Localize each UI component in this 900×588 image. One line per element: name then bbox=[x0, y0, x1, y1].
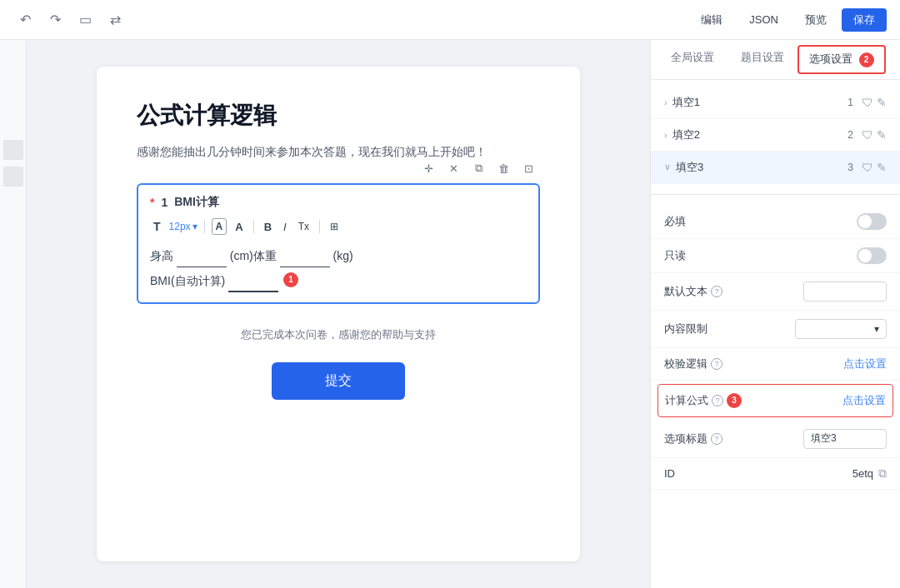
setting-required-label: 必填 bbox=[664, 214, 857, 229]
delete-cross-icon[interactable]: ✕ bbox=[443, 158, 463, 178]
fill-item-1[interactable]: › 填空1 1 🛡 ✎ bbox=[651, 87, 900, 119]
tab-question-settings[interactable]: 题目设置 bbox=[728, 40, 798, 80]
tab-option-settings[interactable]: 选项设置 2 bbox=[798, 45, 886, 74]
toggle-icon[interactable]: ⇄ bbox=[103, 8, 127, 32]
form-canvas: 公式计算逻辑 感谢您能抽出几分钟时间来参加本次答题，现在我们就马上开始吧！ ✛ … bbox=[27, 40, 650, 588]
setting-default-text: 默认文本 ? bbox=[651, 273, 900, 311]
chevron-down-icon: ▾ bbox=[874, 323, 879, 335]
setting-readonly-label: 只读 bbox=[664, 248, 857, 263]
format-toolbar: T 12px ▾ A A B I Tx ⊞ bbox=[150, 218, 527, 235]
sidebar-handle-1 bbox=[3, 140, 23, 160]
tab-preview[interactable]: 预览 bbox=[793, 8, 838, 32]
setting-formula-label: 计算公式 ? 3 bbox=[665, 393, 842, 408]
formula-help-icon[interactable]: ? bbox=[712, 395, 723, 406]
blank-weight[interactable] bbox=[280, 243, 330, 267]
form-paper: 公式计算逻辑 感谢您能抽出几分钟时间来参加本次答题，现在我们就马上开始吧！ ✛ … bbox=[97, 67, 580, 561]
content-limit-select[interactable]: ▾ bbox=[795, 319, 887, 339]
right-panel: 全局设置 题目设置 选项设置 2 › 填空1 1 🛡 ✎ › 填空2 2 🛡 ✎ bbox=[650, 40, 900, 588]
fill-shield-icon-3[interactable]: 🛡 bbox=[862, 161, 873, 174]
fill-shield-icon-1[interactable]: 🛡 bbox=[862, 96, 873, 109]
blank-bmi[interactable] bbox=[228, 267, 278, 292]
setting-formula: 计算公式 ? 3 点击设置 bbox=[658, 384, 893, 417]
fmt-size-selector[interactable]: 12px ▾ bbox=[169, 221, 198, 232]
settings-section: 必填 只读 默认文本 ? 内容限制 bbox=[651, 198, 900, 496]
fmt-font-bg-icon[interactable]: A bbox=[232, 219, 246, 235]
fmt-bold-btn[interactable]: B bbox=[261, 219, 275, 235]
more-icon[interactable]: ⊡ bbox=[518, 158, 538, 178]
fill-items-section: › 填空1 1 🛡 ✎ › 填空2 2 🛡 ✎ ∨ 填空3 3 🛡 ✎ bbox=[651, 80, 900, 191]
readonly-toggle[interactable] bbox=[857, 247, 887, 264]
formula-badge: 3 bbox=[727, 393, 742, 408]
tab-save[interactable]: 保存 bbox=[842, 8, 887, 32]
setting-option-title: 选项标题 ? bbox=[651, 421, 900, 458]
panel-divider-1 bbox=[651, 194, 900, 195]
trash-icon[interactable]: 🗑 bbox=[493, 158, 513, 178]
fill-edit-icon-1[interactable]: ✎ bbox=[877, 96, 887, 109]
fmt-sep-1 bbox=[204, 220, 205, 233]
tab-json[interactable]: JSON bbox=[738, 9, 790, 30]
setting-validation-logic: 校验逻辑 ? 点击设置 bbox=[651, 348, 900, 381]
undo-icon[interactable]: ↶ bbox=[13, 8, 37, 32]
question-number: 1 bbox=[161, 196, 168, 209]
setting-required: 必填 bbox=[651, 205, 900, 239]
chevron-right-icon-2: › bbox=[664, 130, 668, 140]
fill-item-3[interactable]: ∨ 填空3 3 🛡 ✎ bbox=[651, 152, 900, 184]
default-text-help-icon[interactable]: ? bbox=[711, 286, 722, 297]
cursor-badge: 1 bbox=[283, 272, 298, 287]
id-value: 5etq bbox=[852, 467, 873, 480]
question-float-toolbar: ✛ ✕ ⧉ 🗑 ⊡ bbox=[418, 158, 538, 178]
toolbar-right-tabs: 编辑 JSON 预览 保存 bbox=[689, 8, 887, 32]
setting-option-title-label: 选项标题 ? bbox=[664, 431, 803, 446]
submit-button[interactable]: 提交 bbox=[272, 362, 405, 400]
fmt-sep-2 bbox=[253, 220, 254, 233]
sidebar-handle-2 bbox=[3, 167, 23, 187]
fill-shield-icon-2[interactable]: 🛡 bbox=[862, 128, 873, 142]
fmt-font-color-icon[interactable]: A bbox=[212, 218, 228, 235]
view-icon[interactable]: ▭ bbox=[73, 8, 97, 32]
content-line-2: BMI(自动计算) 1 bbox=[150, 267, 527, 292]
fill-edit-icon-3[interactable]: ✎ bbox=[877, 161, 887, 174]
fill-num-1: 1 bbox=[848, 97, 853, 108]
redo-icon[interactable]: ↷ bbox=[43, 8, 67, 32]
toolbar-left-icons: ↶ ↷ ▭ ⇄ bbox=[13, 8, 127, 32]
panel-tabs: 全局设置 题目设置 选项设置 2 bbox=[651, 40, 900, 80]
copy-id-icon[interactable]: ⧉ bbox=[878, 466, 887, 481]
chevron-right-icon-1: › bbox=[664, 97, 668, 107]
setting-id-label: ID bbox=[664, 467, 852, 480]
required-toggle[interactable] bbox=[857, 213, 887, 230]
setting-id: ID 5etq ⧉ bbox=[651, 458, 900, 490]
blank-height[interactable] bbox=[177, 243, 227, 267]
option-title-help-icon[interactable]: ? bbox=[711, 433, 722, 445]
left-sidebar bbox=[0, 40, 27, 588]
formula-link[interactable]: 点击设置 bbox=[842, 393, 886, 408]
required-marker: * bbox=[150, 196, 154, 209]
move-icon[interactable]: ✛ bbox=[418, 158, 438, 178]
fill-num-2: 2 bbox=[848, 129, 853, 141]
setting-validation-label: 校验逻辑 ? bbox=[664, 356, 843, 371]
fmt-table-btn[interactable]: ⊞ bbox=[327, 219, 342, 234]
setting-content-limit-label: 内容限制 bbox=[664, 321, 795, 336]
fmt-strikethrough-btn[interactable]: Tx bbox=[295, 219, 312, 234]
fill-edit-icon-2[interactable]: ✎ bbox=[877, 128, 887, 142]
question-block-1: ✛ ✕ ⧉ 🗑 ⊡ * 1 BMI计算 T 12px ▾ bbox=[137, 183, 540, 304]
fmt-text-icon[interactable]: T bbox=[150, 218, 164, 235]
question-title: BMI计算 bbox=[174, 195, 219, 210]
fill-label-2: 填空2 bbox=[672, 127, 848, 142]
fill-label-3: 填空3 bbox=[676, 160, 848, 175]
tab-edit[interactable]: 编辑 bbox=[689, 8, 734, 32]
content-line-1: 身高 (cm)体重 (kg) bbox=[150, 243, 527, 267]
option-title-input[interactable] bbox=[803, 429, 887, 449]
fill-label-1: 填空1 bbox=[672, 95, 848, 110]
fmt-italic-btn[interactable]: I bbox=[280, 219, 290, 235]
tab-global-settings[interactable]: 全局设置 bbox=[658, 40, 728, 80]
question-content: 身高 (cm)体重 (kg) BMI(自动计算) 1 bbox=[150, 243, 527, 292]
copy-icon[interactable]: ⧉ bbox=[468, 158, 488, 178]
default-text-input[interactable] bbox=[803, 282, 887, 301]
fmt-sep-3 bbox=[319, 220, 320, 233]
form-title: 公式计算逻辑 bbox=[137, 100, 540, 132]
validation-link[interactable]: 点击设置 bbox=[843, 356, 887, 371]
fill-num-3: 3 bbox=[848, 162, 853, 173]
validation-help-icon[interactable]: ? bbox=[711, 358, 722, 370]
fill-item-2[interactable]: › 填空2 2 🛡 ✎ bbox=[651, 119, 900, 152]
setting-readonly: 只读 bbox=[651, 239, 900, 273]
